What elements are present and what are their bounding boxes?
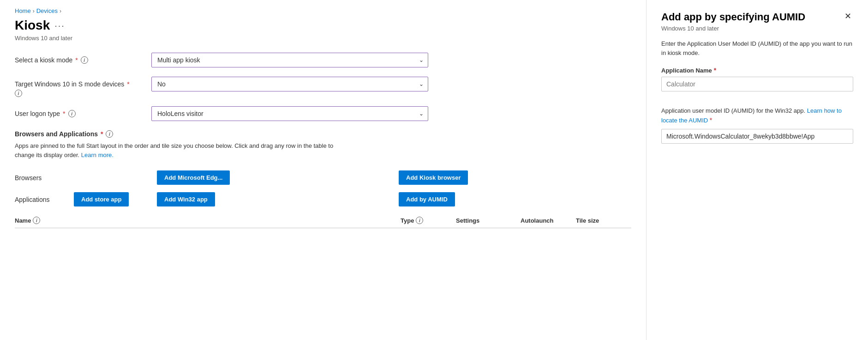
app-name-label: Application Name * <box>661 67 853 74</box>
user-logon-row: User logon type * i HoloLens visitor Azu… <box>15 106 631 121</box>
browsers-apps-label: Browsers and Applications * i <box>15 130 631 138</box>
target-windows-select[interactable]: No Yes <box>151 77 428 91</box>
col-tilesize: Tile size <box>576 212 631 228</box>
kiosk-mode-select[interactable]: Multi app kiosk Single app kiosk <box>151 53 428 67</box>
user-logon-select-wrapper: HoloLens visitor Azure AD user or group … <box>151 106 428 121</box>
kiosk-mode-row: Select a kiosk mode * i Multi app kiosk … <box>15 53 631 67</box>
add-kiosk-browser-button[interactable]: Add Kiosk browser <box>399 170 468 185</box>
page-title-row: Kiosk ··· <box>15 18 631 33</box>
target-windows-required: * <box>127 80 129 88</box>
aumid-required: * <box>710 116 712 124</box>
target-windows-row: Target Windows 10 in S mode devices * i … <box>15 77 631 97</box>
col-type-wrap: Type i <box>401 217 423 224</box>
left-panel: Home › Devices › Kiosk ··· Windows 10 an… <box>0 0 647 340</box>
target-windows-label-wrap: Target Windows 10 in S mode devices * i <box>15 80 130 97</box>
right-panel: Add app by specifying AUMID ✕ Windows 10… <box>647 0 868 340</box>
breadcrumb-devices[interactable]: Devices <box>36 7 58 14</box>
col-tilesize-text: Tile size <box>576 217 599 224</box>
browsers-apps-required: * <box>101 130 103 138</box>
target-windows-label-text: Target Windows 10 in S mode devices <box>15 80 124 88</box>
panel-description: Enter the Application User Model ID (AUM… <box>661 39 853 57</box>
add-edge-cell: Add Microsoft Edg... <box>153 167 395 188</box>
browsers-apps-section: Browsers and Applications * i Apps are p… <box>15 130 631 228</box>
aumid-desc-text: Application user model ID (AUMID) for th… <box>661 107 805 114</box>
applications-label: Applications <box>15 188 70 210</box>
panel-header: Add app by specifying AUMID ✕ <box>661 11 853 23</box>
browsers-spacer <box>70 167 153 188</box>
col-autolaunch-text: Autolaunch <box>521 217 554 224</box>
col-type-text: Type <box>401 217 414 224</box>
col-name-wrap: Name i <box>15 217 40 224</box>
add-win32-button[interactable]: Add Win32 app <box>157 192 215 206</box>
user-logon-control: HoloLens visitor Azure AD user or group … <box>151 106 428 121</box>
user-logon-select[interactable]: HoloLens visitor Azure AD user or group … <box>151 106 428 121</box>
browsers-apps-desc-text: Apps are pinned to the full Start layout… <box>15 142 333 158</box>
target-windows-control: No Yes ⌄ <box>151 77 428 91</box>
col-type: Type i <box>401 212 456 228</box>
close-button[interactable]: ✕ <box>843 11 853 21</box>
browsers-apps-learn-more[interactable]: Learn more. <box>81 152 114 158</box>
app-name-label-text: Application Name <box>661 67 712 74</box>
add-store-app-button[interactable]: Add store app <box>74 192 129 206</box>
page-title: Kiosk <box>15 18 50 33</box>
breadcrumb-sep2: › <box>60 8 61 14</box>
kiosk-mode-select-wrapper: Multi app kiosk Single app kiosk ⌄ <box>151 53 428 67</box>
add-aumid-cell: Add by AUMID <box>395 188 631 210</box>
aumid-input[interactable] <box>661 129 853 144</box>
breadcrumb-sep1: › <box>33 8 35 14</box>
target-windows-info-icon[interactable]: i <box>15 90 22 97</box>
add-store-cell: Add store app <box>70 188 153 210</box>
target-windows-label: Target Windows 10 in S mode devices * i <box>15 77 144 97</box>
data-table: Name i Type i Settings Autola <box>15 212 631 228</box>
apps-buttons-table: Browsers Add Microsoft Edg... Add Kiosk … <box>15 167 631 210</box>
app-name-input[interactable] <box>661 77 853 91</box>
browsers-apps-description: Apps are pinned to the full Start layout… <box>15 141 338 159</box>
browsers-apps-label-text: Browsers and Applications <box>15 130 98 138</box>
kiosk-mode-label-text: Select a kiosk mode <box>15 56 72 64</box>
kiosk-mode-control: Multi app kiosk Single app kiosk ⌄ <box>151 53 428 67</box>
user-logon-required: * <box>63 110 65 117</box>
app-name-required: * <box>714 67 716 74</box>
applications-row: Applications Add store app Add Win32 app… <box>15 188 631 210</box>
target-windows-label-main: Target Windows 10 in S mode devices * <box>15 80 130 88</box>
add-win32-cell: Add Win32 app <box>153 188 395 210</box>
col-name-text: Name <box>15 217 31 224</box>
col-name-info-icon[interactable]: i <box>33 217 40 224</box>
user-logon-label-text: User logon type <box>15 110 60 117</box>
add-by-aumid-button[interactable]: Add by AUMID <box>399 192 455 206</box>
app-name-field: Application Name * <box>661 67 853 99</box>
table-header-row: Name i Type i Settings Autola <box>15 212 631 228</box>
aumid-field-description: Application user model ID (AUMID) for th… <box>661 106 853 125</box>
add-edge-button[interactable]: Add Microsoft Edg... <box>157 170 230 185</box>
user-logon-info-icon[interactable]: i <box>68 110 76 117</box>
page-menu-dots[interactable]: ··· <box>54 20 65 31</box>
add-kiosk-cell: Add Kiosk browser <box>395 167 631 188</box>
col-name: Name i <box>15 212 401 228</box>
panel-title: Add app by specifying AUMID <box>661 11 805 23</box>
col-settings-text: Settings <box>456 217 479 224</box>
target-windows-select-wrapper: No Yes ⌄ <box>151 77 428 91</box>
breadcrumb-home[interactable]: Home <box>15 7 31 14</box>
browsers-apps-info-icon[interactable]: i <box>106 130 113 138</box>
page-subtitle: Windows 10 and later <box>15 35 631 42</box>
col-settings: Settings <box>456 212 521 228</box>
kiosk-mode-info-icon[interactable]: i <box>81 56 88 64</box>
panel-subtitle: Windows 10 and later <box>661 25 853 32</box>
kiosk-mode-required: * <box>75 56 78 64</box>
kiosk-mode-label: Select a kiosk mode * i <box>15 53 144 64</box>
browsers-row: Browsers Add Microsoft Edg... Add Kiosk … <box>15 167 631 188</box>
user-logon-label: User logon type * i <box>15 106 144 117</box>
browsers-label: Browsers <box>15 167 70 188</box>
col-type-info-icon[interactable]: i <box>416 217 423 224</box>
breadcrumb: Home › Devices › <box>15 7 631 14</box>
aumid-field: Application user model ID (AUMID) for th… <box>661 106 853 151</box>
col-autolaunch: Autolaunch <box>521 212 576 228</box>
